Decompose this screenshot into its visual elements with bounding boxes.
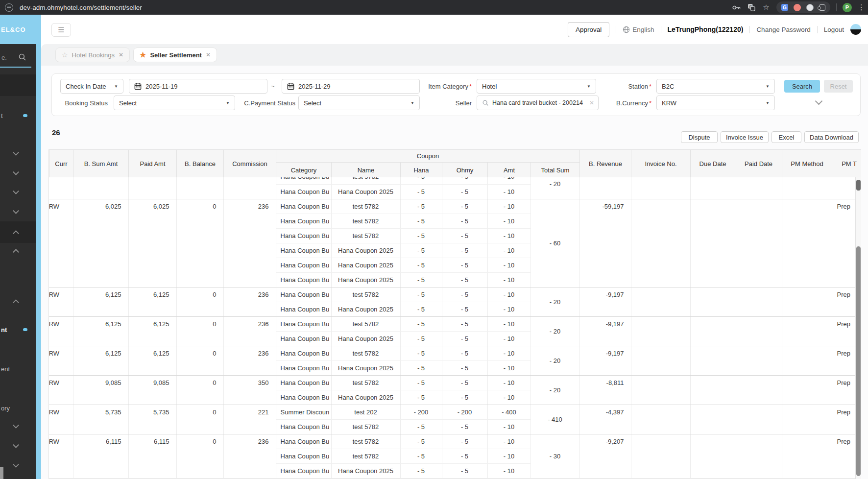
- data-download-button[interactable]: Data Download: [804, 131, 859, 143]
- cell-coupon-name: Hana Coupon 2025: [331, 331, 400, 346]
- cell-coupon-ohmy: - 5: [442, 228, 487, 243]
- extensions-puzzle-icon[interactable]: [819, 4, 825, 11]
- filter-expand-chevron-icon[interactable]: [811, 97, 826, 105]
- sidebar-item[interactable]: ory: [0, 399, 36, 417]
- search-button[interactable]: Search: [784, 80, 820, 93]
- table-row[interactable]: KRW9,0859,0850350Hana Coupon Butest 5782…: [49, 375, 861, 390]
- col-header-b-sum-amt: B. Sum Amt: [73, 150, 129, 178]
- close-icon[interactable]: ✕: [206, 51, 211, 58]
- sidebar-item[interactable]: [0, 221, 36, 243]
- cell-coupon-name: Hana Coupon 2025: [331, 463, 400, 478]
- clear-icon[interactable]: ✕: [589, 99, 594, 106]
- cell-paid-date: [735, 177, 782, 199]
- sidebar-item[interactable]: [0, 458, 36, 473]
- site-settings-icon[interactable]: [5, 3, 13, 12]
- cell-currency: KRW: [49, 375, 73, 405]
- sidebar-search-input[interactable]: e.: [0, 49, 31, 68]
- sidebar-scrollbar-thumb[interactable]: [0, 467, 3, 479]
- cell-coupon-amt: - 10: [487, 302, 530, 316]
- invoice-issue-button[interactable]: Invoice Issue: [721, 131, 769, 143]
- cell-coupon-category: Hana Coupon Bu: [276, 258, 331, 272]
- sidebar-item[interactable]: [0, 185, 36, 199]
- change-password-link[interactable]: Change Password: [756, 26, 810, 33]
- cell-coupon-category: Hana Coupon Bu: [276, 184, 331, 199]
- favorite-star-filled-icon[interactable]: ★: [140, 50, 146, 59]
- excel-button[interactable]: Excel: [772, 131, 801, 143]
- cell-commission: 236: [223, 316, 276, 346]
- theme-toggle-icon[interactable]: [850, 24, 861, 35]
- sidebar-item[interactable]: [0, 243, 36, 258]
- language-selector[interactable]: English: [623, 26, 654, 33]
- col-header-ohmy: Ohmy: [442, 163, 488, 178]
- page-scrollbar-thumb[interactable]: [856, 180, 861, 191]
- ext-translate-icon[interactable]: G: [781, 4, 788, 11]
- browser-profile-avatar[interactable]: P: [843, 3, 852, 12]
- table-scrollbar-thumb[interactable]: [856, 246, 861, 476]
- c-payment-status-select[interactable]: Select▼: [298, 96, 420, 110]
- favorite-star-outline-icon[interactable]: ☆: [62, 51, 68, 59]
- sidebar-item[interactable]: [0, 438, 36, 453]
- date-type-select[interactable]: Check In Date▼: [60, 79, 123, 94]
- logout-link[interactable]: Logout: [824, 26, 844, 33]
- translate-icon[interactable]: G: [747, 3, 756, 12]
- table-body-viewport[interactable]: Hana Coupon Butest 5782- 5- 5- 10- 20Han…: [49, 177, 861, 479]
- cell-coupon-category: Hana Coupon Bu: [276, 272, 331, 287]
- cell-paid-amt: 6,115: [128, 434, 176, 478]
- table-row[interactable]: Hana Coupon Butest 5782- 5- 5- 10- 20: [49, 177, 861, 184]
- approval-button[interactable]: Approval: [568, 22, 609, 37]
- sidebar-item[interactable]: [0, 166, 36, 180]
- reset-button[interactable]: Reset: [824, 80, 853, 93]
- cell-currency: KRW: [49, 287, 73, 316]
- ext-reader-icon[interactable]: [806, 4, 814, 11]
- cell-b-revenue: -9,197: [579, 287, 631, 316]
- cell-coupon-amt: - 10: [487, 463, 530, 478]
- sidebar-item[interactable]: [0, 294, 36, 309]
- cell-coupon-name: test 5782: [331, 228, 400, 243]
- table-row[interactable]: KRW6,1156,1150236Hana Coupon Butest 5782…: [49, 434, 861, 449]
- sidebar-item[interactable]: ent: [0, 360, 36, 378]
- bookmark-star-icon[interactable]: ☆: [762, 3, 771, 12]
- item-category-select[interactable]: Hotel▼: [477, 79, 596, 94]
- chevron-down-icon: [13, 422, 19, 429]
- sidebar-item-active[interactable]: nt: [0, 321, 36, 338]
- cell-paid-date: [735, 434, 782, 478]
- sidebar-item[interactable]: [0, 204, 36, 219]
- date-to-input[interactable]: 2025-11-29: [282, 79, 420, 94]
- cell-coupon-name: Hana Coupon 2025: [331, 258, 400, 272]
- cell-coupon-ohmy: - 5: [442, 360, 487, 375]
- table-row[interactable]: KRW6,1256,1250236Hana Coupon Butest 5782…: [49, 346, 861, 360]
- table-row[interactable]: KRW6,0256,0250236Hana Coupon Butest 5782…: [49, 199, 861, 214]
- tab-hotel-bookings[interactable]: ☆ Hotel Bookings ✕: [55, 48, 130, 62]
- station-select[interactable]: B2C▼: [656, 79, 775, 94]
- ext-flame-icon[interactable]: [794, 4, 801, 11]
- hamburger-menu-button[interactable]: ☰: [51, 23, 71, 37]
- sidebar-item[interactable]: [0, 74, 36, 96]
- seller-search-input[interactable]: Hana card travel bucket - 200214 ✕: [477, 96, 599, 110]
- cell-pm-method: [782, 346, 832, 375]
- cell-coupon-category: Hana Coupon Bu: [276, 360, 331, 375]
- cell-coupon-ohmy: - 5: [442, 419, 487, 434]
- close-icon[interactable]: ✕: [119, 51, 123, 58]
- b-currency-select[interactable]: KRW▼: [656, 96, 775, 110]
- sidebar-item[interactable]: [0, 146, 36, 161]
- dispute-button[interactable]: Dispute: [681, 131, 718, 143]
- browser-menu-icon[interactable]: ⋮: [858, 3, 865, 12]
- table-row[interactable]: KRW6,1256,1250236Hana Coupon Butest 5782…: [49, 287, 861, 302]
- cell-coupon-hana: - 200: [400, 405, 442, 419]
- url-text[interactable]: dev-adm.ohmyhotel.com/settlement/seller: [20, 4, 142, 11]
- table-row[interactable]: KRW5,7355,7350221Summer Discountest 202-…: [49, 405, 861, 419]
- password-key-icon[interactable]: [732, 3, 741, 12]
- cell-paid-amt: 9,085: [128, 375, 176, 405]
- cell-coupon-name: Hana Coupon 2025: [331, 184, 400, 199]
- cell-commission: 236: [223, 346, 276, 375]
- col-header-category: Category: [276, 163, 332, 178]
- cell-paid-amt: [128, 177, 176, 199]
- date-from-input[interactable]: 2025-11-19: [129, 79, 267, 94]
- cell-coupon-category: Hana Coupon Bu: [276, 390, 331, 405]
- sidebar-item-label: ent: [0, 365, 10, 373]
- sidebar-item[interactable]: t: [0, 107, 36, 124]
- tab-seller-settlement[interactable]: ★ Seller Settlement ✕: [133, 48, 217, 62]
- table-row[interactable]: KRW6,1256,1250236Hana Coupon Butest 5782…: [49, 316, 861, 331]
- sidebar-item[interactable]: [0, 419, 36, 433]
- booking-status-select[interactable]: Select▼: [114, 96, 235, 110]
